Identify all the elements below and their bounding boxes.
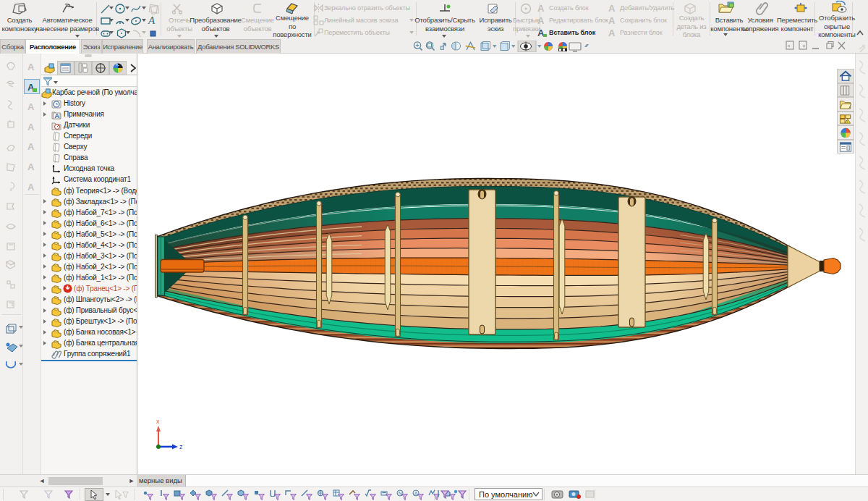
svg-text:A: A [608,15,616,25]
svg-text:A: A [27,122,35,132]
svg-text:x: x [156,418,160,425]
svg-text:A: A [27,182,35,193]
svg-text:z: z [179,443,183,450]
svg-text:A: A [537,3,545,13]
svg-text:A: A [608,3,616,13]
svg-text:A: A [537,15,545,25]
svg-text:A: A [27,62,35,72]
svg-text:!: ! [846,120,847,124]
svg-text:A: A [608,28,616,38]
svg-text:A: A [27,141,35,152]
svg-text:A: A [27,161,35,172]
svg-text:A: A [27,101,35,112]
